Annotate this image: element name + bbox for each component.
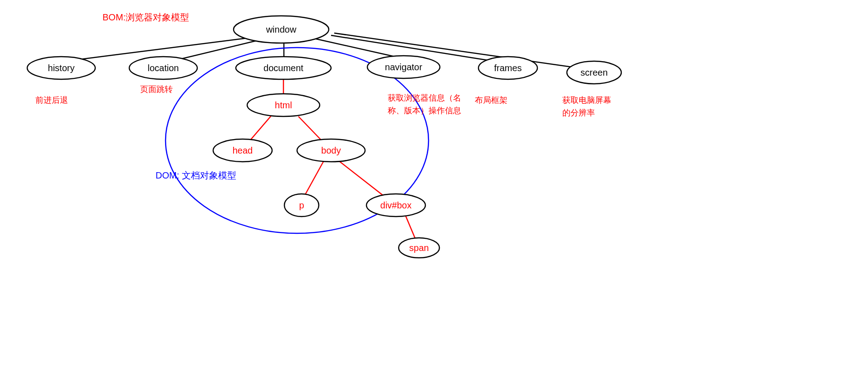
label-window: window [266, 24, 297, 34]
label-html: html [275, 100, 292, 110]
label-frames: frames [494, 63, 522, 73]
label-history: history [48, 63, 75, 73]
label-navigator: navigator [385, 62, 423, 72]
svg-line-8 [298, 116, 322, 141]
svg-line-10 [339, 161, 386, 198]
label-location: location [148, 63, 179, 73]
label-document: document [263, 63, 303, 73]
label-body: body [321, 145, 341, 155]
label-screen: screen [580, 68, 608, 77]
label-span: span [409, 243, 429, 253]
title-dom: DOM: 文档对象模型 [156, 170, 236, 180]
label-p: p [299, 200, 304, 210]
anno-screen-2: 的分辨率 [562, 108, 595, 117]
label-head: head [233, 145, 253, 155]
svg-line-7 [248, 114, 273, 143]
svg-line-9 [304, 161, 324, 196]
nodes [27, 16, 621, 258]
anno-navigator-1: 获取浏览器信息（名 [388, 93, 461, 102]
svg-line-11 [405, 214, 416, 240]
label-divbox: div#box [380, 200, 412, 210]
title-bom: BOM:浏览器对象模型 [102, 12, 189, 22]
anno-screen-1: 获取电脑屏幕 [562, 96, 611, 105]
anno-history: 前进后退 [35, 96, 68, 105]
anno-frames: 布局框架 [475, 96, 507, 105]
anno-navigator-2: 称、版本）操作信息 [388, 106, 461, 115]
diagram-canvas: window history location document navigat… [0, 0, 868, 386]
anno-location: 页面跳转 [140, 85, 173, 94]
